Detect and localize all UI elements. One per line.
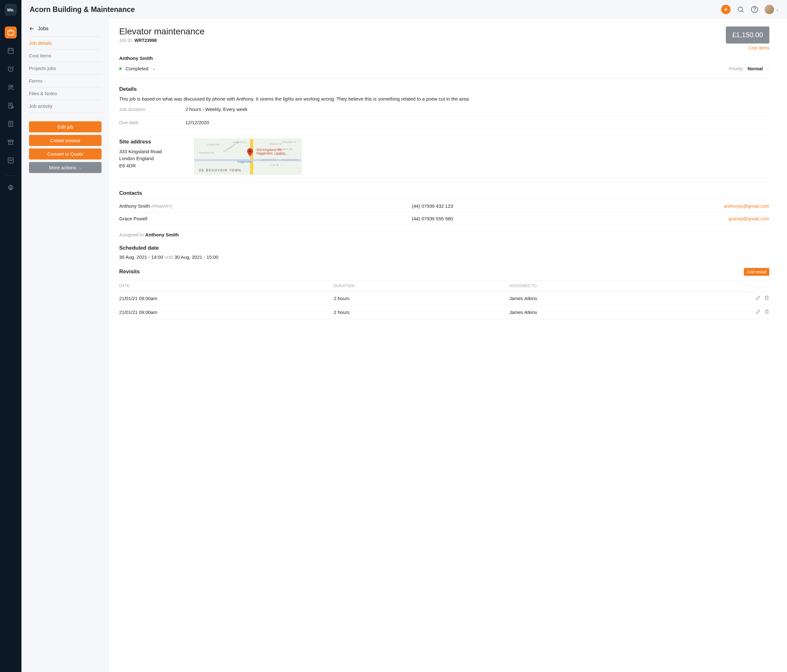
- svg-line-24: [742, 11, 743, 12]
- app-logo[interactable]: We.: [5, 4, 17, 16]
- svg-rect-0: [8, 31, 14, 35]
- invoice-icon: [7, 102, 14, 109]
- revisit-date: 21/01/21 09:00am: [119, 296, 333, 301]
- contacts-heading: Contacts: [119, 190, 770, 196]
- edit-revisit-button[interactable]: [755, 309, 760, 315]
- archive-icon: [7, 139, 14, 146]
- edit-job-button[interactable]: Edit job: [29, 121, 101, 133]
- nav-activity[interactable]: [5, 155, 17, 166]
- nav-alarm[interactable]: [5, 63, 17, 75]
- job-price: £1,150.00: [726, 27, 770, 44]
- job-id: Job ID: WRT23998: [119, 38, 205, 43]
- trash-icon: [764, 309, 770, 314]
- job-panel: Elevator maintenance Job ID: WRT23998 £1…: [109, 19, 787, 672]
- job-title: Elevator maintenance: [119, 27, 205, 36]
- map-area-label: DE BEAUVOIR TOWN: [199, 169, 242, 172]
- status-dot: [119, 68, 122, 70]
- status-selector[interactable]: Completed ⌄: [119, 66, 155, 71]
- edit-revisit-button[interactable]: [755, 295, 760, 301]
- site-heading: Site address: [119, 139, 185, 145]
- details-text: This job is based on what was discussed …: [119, 96, 770, 103]
- chevron-down-icon: ⌄: [776, 8, 779, 12]
- details-heading: Details: [119, 86, 770, 92]
- contact-name: Grace Powell: [119, 216, 412, 221]
- sidebar-nav-item[interactable]: Projects jobs: [29, 62, 101, 75]
- activity-icon: [7, 157, 14, 164]
- map-label: 333 Kingsland Rd, Haggerston, London...: [256, 148, 288, 155]
- user-menu[interactable]: ⌄: [765, 5, 779, 14]
- convert-quote-button[interactable]: Convert to Quote: [29, 148, 101, 159]
- search-icon: [737, 6, 744, 13]
- revisits-header-row: DATE DURATION ASSIGNED TO: [119, 280, 770, 292]
- pencil-icon: [755, 309, 760, 314]
- contact-row: Grace Powell (44) 07939 555 980gracep@gm…: [119, 213, 770, 225]
- priority-selector[interactable]: Priority: Normal ⌄: [729, 66, 770, 71]
- back-to-jobs[interactable]: Jobs: [29, 23, 101, 36]
- arrow-left-icon: [29, 26, 35, 32]
- nav-invoice[interactable]: [5, 99, 17, 112]
- help-icon: [751, 6, 758, 13]
- revisit-row: 21/01/21 09:00am2 hoursJames Atkins: [119, 292, 770, 305]
- delete-revisit-button[interactable]: [764, 295, 770, 301]
- status-text: Completed: [125, 66, 149, 71]
- revisit-row: 21/01/21 09:00am2 hoursJames Atkins: [119, 305, 770, 319]
- contact-email[interactable]: gracep@gmail.com: [607, 216, 770, 221]
- contact-email[interactable]: anthonys@gmail.com: [607, 203, 770, 209]
- sidebar-nav-item[interactable]: Forms: [29, 75, 101, 87]
- create-invoice-button[interactable]: Create invoice: [29, 135, 101, 146]
- pencil-icon: [755, 295, 760, 300]
- scheduled-heading: Scheduled date: [119, 245, 770, 251]
- avatar: [765, 5, 774, 14]
- svg-point-20: [10, 187, 12, 189]
- site-address: 333 Kingsland Road London England E8 4DR: [119, 148, 185, 170]
- back-label: Jobs: [38, 26, 49, 32]
- site-map[interactable]: Whiston St Albion Dr Lee St Middleton Rd…: [194, 139, 302, 175]
- due-label: Due date: [119, 120, 185, 125]
- sidebar-nav-item[interactable]: Job activity: [29, 100, 101, 112]
- contact-phone: (44) 07939 555 980: [412, 216, 607, 221]
- scheduled-date: 30 Aug, 2021 - 14:00 until 30 Aug, 2021 …: [119, 254, 770, 260]
- gear-icon: [7, 185, 14, 191]
- delete-revisit-button[interactable]: [764, 309, 770, 315]
- customer-name: Anthony Smith: [119, 55, 770, 61]
- contact-phone: (44) 07939 432 123: [412, 203, 607, 209]
- sidebar-nav-item[interactable]: Job details: [29, 37, 101, 49]
- cost-items-link[interactable]: Cost items: [726, 46, 770, 50]
- search-button[interactable]: [737, 6, 744, 13]
- revisit-date: 21/01/21 09:00am: [119, 309, 333, 315]
- nav-users[interactable]: [5, 81, 17, 93]
- chevron-down-icon: ⌄: [152, 66, 155, 71]
- chevron-down-icon: ⌄: [79, 166, 81, 170]
- revisit-duration: 2 hours: [333, 296, 509, 301]
- nav-settings[interactable]: [5, 182, 17, 194]
- duration-label: Job duration: [119, 107, 185, 112]
- contact-name: Anthony Smith (PRIMARY): [119, 203, 412, 209]
- sidebar-nav-item[interactable]: Files & Notes: [29, 87, 101, 100]
- nav-rail: We.: [0, 0, 21, 672]
- nav-archive[interactable]: [5, 136, 17, 148]
- svg-point-7: [11, 86, 13, 88]
- nav-notes[interactable]: [5, 118, 17, 130]
- trash-icon: [764, 295, 770, 300]
- add-button[interactable]: [721, 5, 730, 14]
- svg-rect-17: [9, 141, 13, 144]
- revisit-duration: 2 hours: [333, 309, 509, 315]
- briefcase-icon: [7, 29, 14, 36]
- map-pin-icon: [247, 148, 253, 158]
- revisit-assigned: James Atkins: [509, 309, 705, 315]
- nav-jobs[interactable]: [5, 27, 17, 38]
- assigned-to: Assigned to Anthony Smith: [119, 232, 770, 237]
- plus-icon: [723, 7, 729, 12]
- help-button[interactable]: [751, 6, 758, 13]
- svg-point-26: [754, 11, 755, 11]
- more-actions-button[interactable]: More actions⌄: [29, 162, 101, 173]
- add-revisit-button[interactable]: Add revisit: [744, 268, 770, 276]
- calendar-icon: [7, 47, 14, 54]
- map-area-label: Haggerston: [237, 160, 252, 163]
- chevron-down-icon: ⌄: [766, 66, 770, 71]
- alarm-icon: [7, 66, 14, 73]
- company-name: Acorn Building & Maintenance: [30, 5, 135, 14]
- sidebar-nav-item[interactable]: Cost items: [29, 49, 101, 62]
- svg-point-28: [249, 150, 251, 152]
- nav-calendar[interactable]: [5, 45, 17, 57]
